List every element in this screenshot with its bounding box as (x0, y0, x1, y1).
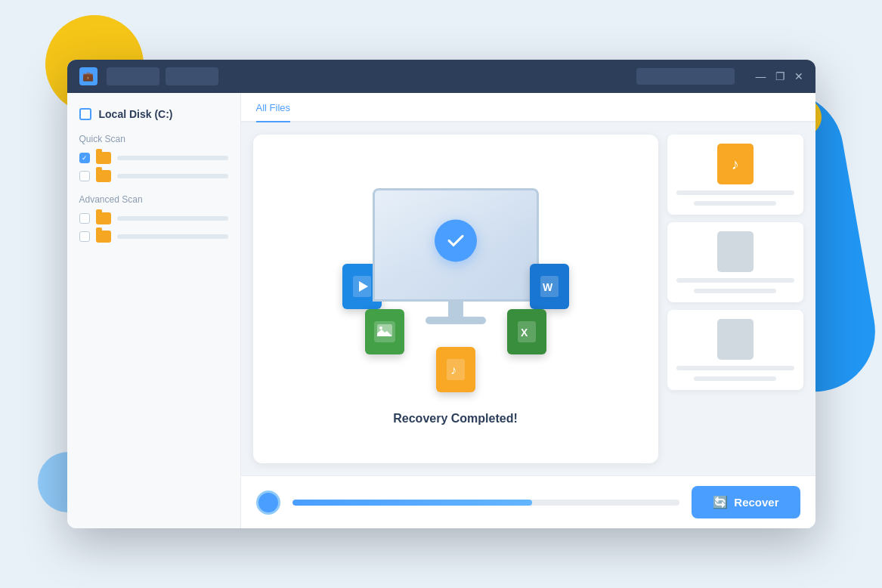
check-circle (435, 219, 477, 262)
scan-item-1: ✓ (79, 152, 228, 164)
recover-icon: 🔄 (713, 495, 728, 509)
recover-button[interactable]: 🔄 Recover (692, 486, 800, 518)
file-icon-image (365, 309, 404, 354)
folder-icon-1 (96, 152, 111, 164)
folder-icon-2 (96, 170, 111, 182)
file-preview-bar-1 (676, 190, 794, 195)
titlebar-tab-2 (166, 67, 218, 85)
bottom-bar: 🔄 Recover (241, 475, 815, 528)
content-area: Local Disk (C:) Quick Scan ✓ Advanced Sc… (67, 93, 815, 528)
tab-all-files[interactable]: All Files (256, 93, 291, 122)
svg-point-9 (379, 326, 382, 330)
minimize-button[interactable]: — (756, 71, 766, 82)
titlebar-searchbar[interactable] (636, 68, 735, 85)
quick-scan-section: Quick Scan ✓ (79, 134, 228, 182)
file-icon-word: W (530, 264, 569, 309)
scan-item-3 (79, 212, 228, 224)
titlebar: 💼 — ❐ ✕ (67, 60, 815, 93)
tabs-bar: All Files (241, 93, 815, 122)
scan-bar-4 (117, 234, 228, 239)
file-preview-card-doc1 (667, 222, 803, 302)
right-panel: ♪ (667, 135, 803, 463)
file-preview-icon-music: ♪ (717, 144, 754, 184)
drive-checkbox[interactable] (79, 108, 91, 120)
maximize-button[interactable]: ❐ (775, 71, 785, 82)
recover-button-label: Recover (734, 496, 778, 509)
drive-label: Local Disk (C:) (99, 108, 173, 120)
app-icon: 💼 (79, 67, 97, 85)
scan-bar-2 (117, 174, 228, 178)
advanced-scan-section: Advanced Scan (79, 194, 228, 243)
file-preview-card-music: ♪ (667, 135, 803, 215)
monitor-container: PDF P (327, 173, 584, 400)
scan-bar-1 (117, 156, 228, 160)
monitor-stand-base (426, 317, 486, 324)
monitor-stand-neck (448, 302, 463, 317)
file-preview-gray-2 (717, 319, 754, 360)
scan-checkbox-2[interactable] (79, 171, 90, 181)
scan-item-2 (79, 170, 228, 182)
titlebar-controls: — ❐ ✕ (636, 68, 803, 85)
scan-checkbox-4[interactable] (79, 231, 90, 242)
drive-header: Local Disk (C:) (79, 108, 228, 120)
scan-checkbox-1[interactable]: ✓ (79, 153, 90, 163)
folder-icon-4 (96, 231, 111, 243)
app-window: 💼 — ❐ ✕ Local Disk (C:) Quick Scan ✓ (67, 60, 815, 528)
file-preview-bar-short-2 (694, 289, 776, 293)
recovery-completed-text: Recovery Completed! (393, 412, 518, 426)
titlebar-tabs (107, 67, 636, 85)
monitor-screen (373, 188, 539, 302)
recovery-area: PDF P (241, 122, 815, 475)
titlebar-tab-1 (107, 67, 159, 85)
scan-checkbox-3[interactable] (79, 213, 90, 224)
file-preview-gray-1 (717, 231, 754, 272)
progress-bar-fill (292, 500, 533, 506)
file-icon-music: ♪ (436, 347, 475, 392)
progress-bar-container (292, 500, 680, 506)
svg-text:♪: ♪ (450, 364, 456, 376)
quick-scan-title: Quick Scan (79, 134, 228, 144)
folder-icon-3 (96, 212, 111, 224)
main-panel: All Files PDF (241, 93, 815, 528)
file-preview-bar-3 (676, 366, 794, 370)
file-icon-excel: X (507, 309, 546, 354)
file-preview-bar-2 (676, 278, 794, 283)
monitor-illustration (373, 188, 539, 317)
file-preview-bar-short-1 (694, 201, 776, 206)
file-preview-bar-short-3 (694, 376, 776, 381)
svg-text:W: W (543, 281, 553, 293)
file-preview-card-doc2 (667, 310, 803, 390)
advanced-scan-title: Advanced Scan (79, 194, 228, 205)
scan-item-4 (79, 231, 228, 243)
sidebar: Local Disk (C:) Quick Scan ✓ Advanced Sc… (67, 93, 241, 528)
svg-text:X: X (521, 326, 528, 339)
close-button[interactable]: ✕ (794, 71, 803, 82)
progress-circle (256, 491, 280, 515)
scan-bar-3 (117, 216, 228, 221)
recovery-card: PDF P (253, 135, 658, 463)
